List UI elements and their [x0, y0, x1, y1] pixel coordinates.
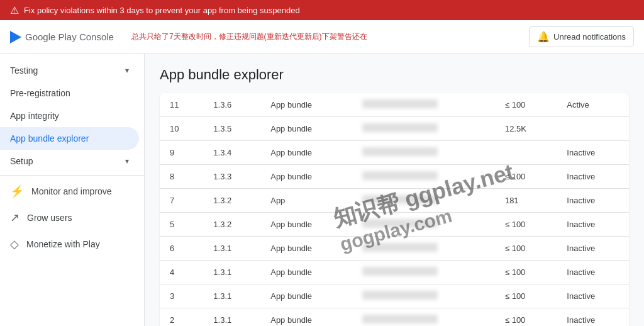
- version-name-cell: 1.3.5: [203, 117, 260, 141]
- sidebar-item-testing[interactable]: Testing ▾: [0, 59, 139, 82]
- version-code-cell: 11: [160, 93, 203, 117]
- bundle-table: 11 1.3.6 App bundle ≤ 100 Active 10 1.3.…: [160, 93, 629, 326]
- type-cell: App bundle: [260, 213, 352, 237]
- blurred-cell-1: [352, 284, 495, 308]
- blurred-cell-1: [352, 237, 495, 261]
- main-wrapper: App bundle explorer 11 1.3.6 App bundle …: [145, 54, 644, 326]
- size-cell: [495, 141, 557, 165]
- version-code-cell: 4: [160, 261, 203, 284]
- status-cell: Active: [557, 93, 629, 117]
- blurred-cell-1: [352, 308, 495, 327]
- warning-icon: ⚠: [10, 4, 19, 16]
- version-code-cell: 6: [160, 237, 203, 261]
- monetize-icon: ◇: [10, 237, 19, 251]
- version-name-cell: 1.3.1: [203, 284, 260, 308]
- size-cell: 12.5K: [495, 117, 557, 141]
- type-cell: App bundle: [260, 93, 352, 117]
- notifications-button[interactable]: 🔔 Unread notifications: [529, 26, 634, 47]
- table-row[interactable]: 6 1.3.1 App bundle ≤ 100 Inactive: [160, 237, 629, 261]
- table-row[interactable]: 2 1.3.1 App bundle ≤ 100 Inactive: [160, 308, 629, 327]
- sidebar-item-grow[interactable]: ↗ Grow users: [0, 205, 139, 231]
- chevron-down-icon-setup: ▾: [125, 157, 129, 166]
- table-row[interactable]: 4 1.3.1 App bundle ≤ 100 Inactive: [160, 261, 629, 284]
- warning-text: Fix policy violations within 3 days to p…: [24, 6, 300, 15]
- header-left: Google Play Console 总共只给了7天整改时间，修正违规问题(重…: [10, 31, 367, 43]
- blurred-cell-1: [352, 117, 495, 141]
- type-cell: App bundle: [260, 165, 352, 189]
- table-row[interactable]: 3 1.3.1 App bundle ≤ 100 Inactive: [160, 284, 629, 308]
- header: Google Play Console 总共只给了7天整改时间，修正违规问题(重…: [0, 20, 644, 54]
- sidebar-item-appintegrity[interactable]: App integrity: [0, 104, 139, 127]
- size-cell: ≤ 100: [495, 237, 557, 261]
- version-code-cell: 9: [160, 141, 203, 165]
- type-cell: App bundle: [260, 141, 352, 165]
- status-cell: Inactive: [557, 237, 629, 261]
- type-cell: App bundle: [260, 261, 352, 284]
- sidebar-divider: [0, 175, 144, 176]
- version-code-cell: 10: [160, 117, 203, 141]
- sidebar-item-preregistration[interactable]: Pre-registration: [0, 82, 139, 104]
- table-row[interactable]: 7 1.3.2 App 181 Inactive: [160, 189, 629, 213]
- status-cell: Inactive: [557, 213, 629, 237]
- chevron-down-icon: ▾: [125, 66, 129, 75]
- sidebar-item-monetize-label: Monetize with Play: [26, 239, 100, 249]
- version-name-cell: 1.3.4: [203, 141, 260, 165]
- version-name-cell: 1.3.1: [203, 261, 260, 284]
- size-cell: ≤ 100: [495, 308, 557, 327]
- table-row[interactable]: 11 1.3.6 App bundle ≤ 100 Active: [160, 93, 629, 117]
- size-cell: ≤ 100: [495, 284, 557, 308]
- version-code-cell: 8: [160, 165, 203, 189]
- blurred-cell-1: [352, 165, 495, 189]
- status-cell: Inactive: [557, 141, 629, 165]
- grow-icon: ↗: [10, 211, 19, 225]
- table-row[interactable]: 10 1.3.5 App bundle 12.5K: [160, 117, 629, 141]
- sidebar-item-monetize[interactable]: ◇ Monetize with Play: [0, 231, 139, 257]
- blurred-cell-1: [352, 213, 495, 237]
- status-cell: Inactive: [557, 308, 629, 327]
- layout: Testing ▾ Pre-registration App integrity…: [0, 54, 644, 326]
- size-cell: ≤ 100: [495, 165, 557, 189]
- sidebar-item-appbundleexplorer-label: App bundle explorer: [10, 133, 89, 143]
- version-name-cell: 1.3.2: [203, 189, 260, 213]
- status-cell: Inactive: [557, 284, 629, 308]
- sidebar-item-setup[interactable]: Setup ▾: [0, 150, 139, 172]
- sidebar-item-testing-label: Testing: [10, 65, 38, 76]
- version-name-cell: 1.3.3: [203, 165, 260, 189]
- table-row[interactable]: 9 1.3.4 App bundle Inactive: [160, 141, 629, 165]
- version-name-cell: 1.3.2: [203, 213, 260, 237]
- blurred-cell-1: [352, 141, 495, 165]
- blurred-cell-1: [352, 189, 495, 213]
- status-cell: Inactive: [557, 189, 629, 213]
- version-code-cell: 2: [160, 308, 203, 327]
- table-row[interactable]: 8 1.3.3 App bundle ≤ 100 Inactive: [160, 165, 629, 189]
- warning-bar: ⚠ Fix policy violations within 3 days to…: [0, 0, 644, 20]
- main-content: App bundle explorer 11 1.3.6 App bundle …: [145, 54, 644, 326]
- brand-label: Google Play Console: [25, 31, 114, 42]
- sidebar-item-appintegrity-label: App integrity: [10, 111, 59, 121]
- blurred-cell-1: [352, 93, 495, 117]
- size-cell: 181: [495, 189, 557, 213]
- sidebar-item-monitor-label: Monitor and improve: [31, 186, 112, 196]
- sidebar-item-monitor[interactable]: ⚡ Monitor and improve: [0, 178, 139, 205]
- type-cell: App bundle: [260, 117, 352, 141]
- chart-icon: ⚡: [10, 184, 24, 198]
- bell-icon: 🔔: [537, 31, 550, 43]
- notif-label: Unread notifications: [553, 32, 626, 42]
- size-cell: ≤ 100: [495, 261, 557, 284]
- sidebar-item-appbundleexplorer[interactable]: App bundle explorer: [0, 127, 139, 150]
- version-code-cell: 7: [160, 189, 203, 213]
- version-name-cell: 1.3.6: [203, 93, 260, 117]
- status-cell: Inactive: [557, 165, 629, 189]
- blurred-cell-1: [352, 261, 495, 284]
- sidebar-item-preregistration-label: Pre-registration: [10, 88, 70, 98]
- header-annotation: 总共只给了7天整改时间，修正违规问题(重新迭代更新后)下架警告还在: [131, 31, 367, 42]
- sidebar-item-setup-label: Setup: [10, 156, 33, 166]
- type-cell: App bundle: [260, 237, 352, 261]
- page-title: App bundle explorer: [160, 67, 629, 83]
- table-row[interactable]: 5 1.3.2 App bundle ≤ 100 Inactive: [160, 213, 629, 237]
- play-triangle-icon: [10, 31, 21, 43]
- version-name-cell: 1.3.1: [203, 237, 260, 261]
- status-cell: Inactive: [557, 261, 629, 284]
- sidebar-item-grow-label: Grow users: [27, 213, 72, 223]
- version-code-cell: 5: [160, 213, 203, 237]
